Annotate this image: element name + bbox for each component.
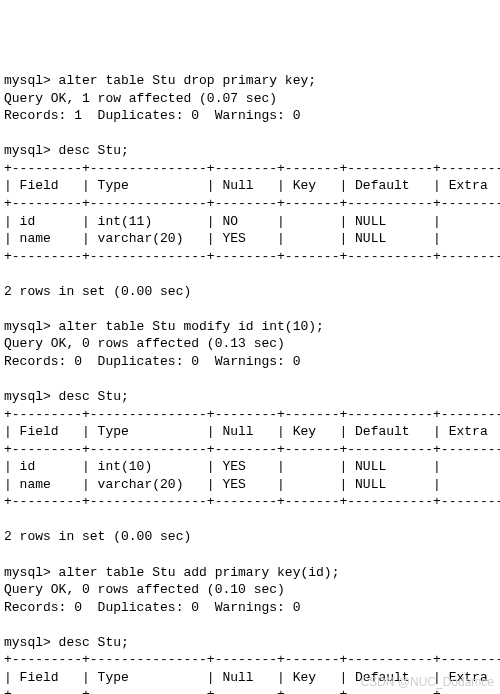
mysql-terminal[interactable]: mysql> alter table Stu drop primary key;…: [4, 72, 496, 694]
watermark: CSDN @NUC_Dodamce: [360, 674, 494, 690]
